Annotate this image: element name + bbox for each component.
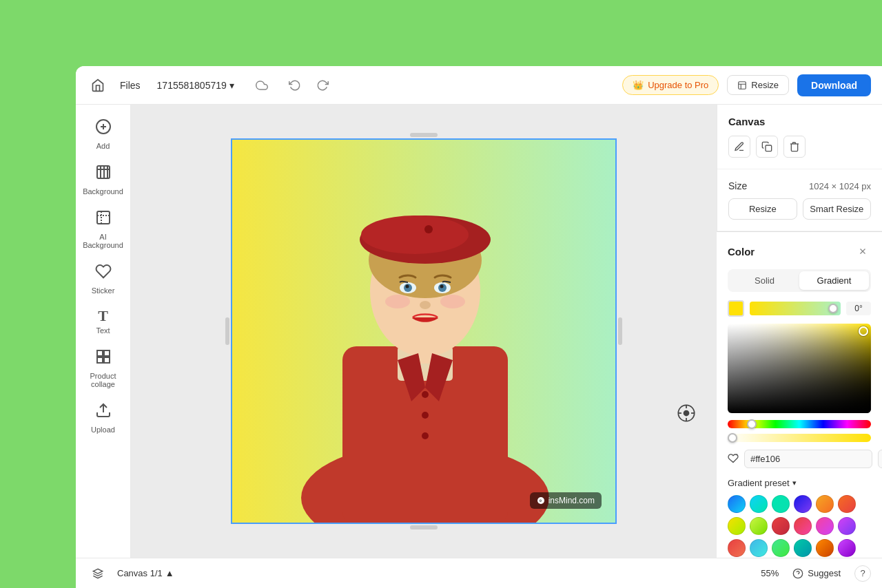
opacity-handle[interactable] [728, 433, 737, 443]
upload-icon [95, 402, 112, 423]
cloud-sync-button[interactable] [251, 74, 273, 96]
canvas-delete-button[interactable] [783, 136, 806, 158]
opacity-input[interactable] [878, 450, 882, 468]
canvas-section: Canvas [717, 105, 882, 169]
sidebar-item-upload[interactable]: Upload [79, 397, 128, 439]
history-buttons [284, 74, 334, 96]
svg-point-24 [406, 285, 409, 288]
files-button[interactable]: Files [120, 80, 141, 91]
gradient-angle-input[interactable] [846, 302, 871, 315]
gradient-bar-handle[interactable] [828, 304, 838, 313]
svg-point-25 [440, 285, 444, 288]
home-button[interactable] [87, 74, 109, 96]
color-picker-handle[interactable] [859, 326, 868, 336]
layers-button[interactable] [87, 565, 109, 582]
svg-point-27 [385, 295, 410, 308]
hex-input[interactable] [744, 450, 872, 468]
preset-swatch-0[interactable] [728, 495, 746, 513]
sidebar-item-add[interactable]: Add [79, 113, 128, 156]
color-picker-area[interactable] [728, 324, 871, 413]
watermark: ⚙ insMind.com [530, 492, 602, 509]
color-picker-dark-overlay [728, 324, 871, 413]
add-label: Add [96, 142, 110, 150]
svg-point-31 [422, 412, 429, 419]
color-panel-header: Color [728, 243, 871, 260]
product-collage-icon [95, 348, 112, 369]
canvas-scene[interactable]: ⚙ insMind.com [231, 138, 617, 524]
product-collage-label: Product collage [87, 372, 120, 388]
gradient-bar[interactable] [750, 302, 841, 315]
gradient-color-swatch[interactable] [728, 300, 744, 317]
download-button[interactable]: Download [797, 74, 871, 96]
sticker-label: Sticker [92, 286, 115, 295]
preset-swatch-16[interactable] [816, 539, 834, 557]
hue-handle[interactable] [747, 419, 757, 429]
smart-resize-option-button[interactable]: Smart Resize [803, 198, 872, 220]
header-left: Files 1715581805719 ▾ [87, 74, 611, 96]
resize-button[interactable]: Resize [727, 75, 789, 95]
color-tabs: Solid Gradient [728, 269, 871, 292]
preset-swatch-17[interactable] [838, 539, 856, 557]
svg-rect-7 [104, 350, 110, 356]
preset-swatch-10[interactable] [816, 517, 834, 535]
canvas-resize-bottom[interactable] [410, 525, 438, 529]
eyedropper-button[interactable] [728, 449, 739, 468]
svg-rect-5 [97, 211, 110, 224]
preset-swatch-3[interactable] [794, 495, 812, 513]
preset-swatch-12[interactable] [728, 539, 746, 557]
canvas-area[interactable]: ⚙ insMind.com [131, 105, 717, 558]
header-right: 👑 Upgrade to Pro Resize Download [622, 74, 871, 96]
preset-swatch-9[interactable] [794, 517, 812, 535]
left-sidebar: Add Background [76, 105, 131, 558]
color-panel: Color Solid Gradient [717, 232, 882, 558]
opacity-bar[interactable] [728, 434, 871, 442]
canvas-indicator[interactable]: Canvas 1/1 ▲ [117, 568, 174, 578]
suggest-button[interactable]: Suggest [787, 565, 846, 582]
preset-swatch-11[interactable] [838, 517, 856, 535]
background-icon [95, 164, 112, 185]
canvas-background-svg [232, 140, 617, 524]
canvas-style-button[interactable] [728, 136, 750, 158]
ai-background-label: AI Background [83, 233, 123, 249]
preset-swatch-15[interactable] [794, 539, 812, 557]
color-panel-close-button[interactable] [854, 243, 871, 260]
upgrade-to-pro-button[interactable]: 👑 Upgrade to Pro [622, 75, 719, 95]
gradient-presets-label[interactable]: Gradient preset ▾ [728, 478, 797, 488]
canvas-panel: Canvas [717, 105, 882, 232]
size-section: Size 1024 × 1024 px Resize Smart Resize [717, 169, 882, 231]
size-label: Size [728, 180, 747, 191]
color-tab-gradient[interactable]: Gradient [799, 271, 869, 290]
sidebar-item-text[interactable]: T Text [79, 303, 128, 340]
hue-bar[interactable] [728, 420, 871, 428]
preset-swatch-4[interactable] [816, 495, 834, 513]
background-label: Background [83, 187, 123, 196]
preset-swatch-1[interactable] [750, 495, 768, 513]
sidebar-item-ai-background[interactable]: AI Background [79, 204, 128, 255]
preset-swatch-13[interactable] [750, 539, 768, 557]
preset-swatch-2[interactable] [772, 495, 790, 513]
canvas-resize-top[interactable] [410, 133, 438, 137]
canvas-resize-right[interactable] [618, 317, 622, 345]
canvas-resize-left[interactable] [225, 317, 229, 345]
resize-option-button[interactable]: Resize [728, 198, 797, 220]
file-name-selector[interactable]: 1715581805719 ▾ [152, 77, 240, 94]
undo-button[interactable] [284, 74, 306, 96]
svg-point-26 [420, 301, 431, 309]
sidebar-item-product-collage[interactable]: Product collage [79, 343, 128, 394]
color-tab-solid[interactable]: Solid [730, 271, 799, 290]
canvas-duplicate-button[interactable] [756, 136, 778, 158]
preset-swatch-14[interactable] [772, 539, 790, 557]
help-button[interactable]: ? [854, 565, 871, 582]
svg-rect-8 [97, 357, 103, 363]
preset-swatch-6[interactable] [728, 517, 746, 535]
sidebar-item-background[interactable]: Background [79, 158, 128, 201]
preset-swatch-5[interactable] [838, 495, 856, 513]
sidebar-item-sticker[interactable]: Sticker [79, 258, 128, 300]
preset-swatch-8[interactable] [772, 517, 790, 535]
text-icon: T [98, 308, 108, 324]
preset-swatch-7[interactable] [750, 517, 768, 535]
canvas-panel-title: Canvas [728, 116, 871, 127]
upload-label: Upload [91, 426, 115, 434]
redo-button[interactable] [311, 74, 334, 96]
svg-rect-41 [766, 145, 772, 151]
